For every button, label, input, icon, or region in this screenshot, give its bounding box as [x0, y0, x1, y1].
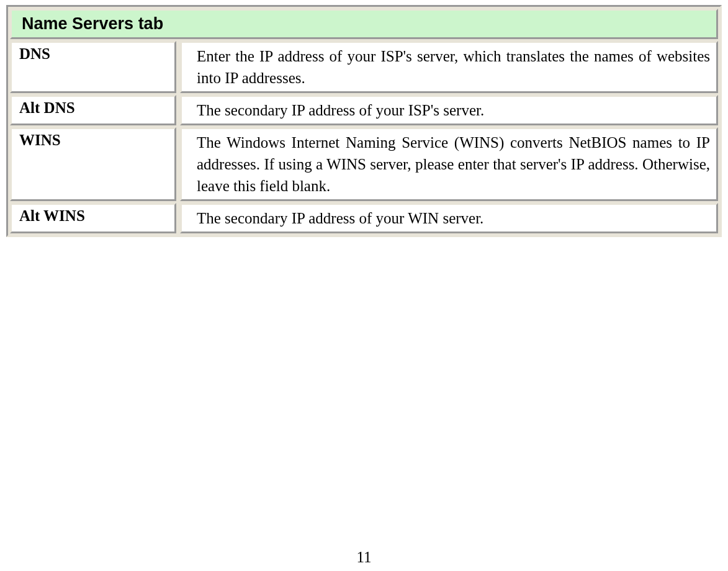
table-row: Alt DNS The secondary IP address of your… [10, 95, 718, 125]
desc-cell-alt-dns: The secondary IP address of your ISP's s… [180, 95, 718, 125]
label-alt-dns: Alt DNS [19, 99, 75, 116]
table-header: Name Servers tab [10, 9, 718, 39]
label-cell-wins: WINS [10, 127, 176, 201]
table-row: Alt WINS The secondary IP address of you… [10, 203, 718, 233]
desc-cell-wins: The Windows Internet Naming Service (WIN… [180, 127, 718, 201]
desc-wins: The Windows Internet Naming Service (WIN… [197, 132, 710, 197]
desc-alt-wins: The secondary IP address of your WIN ser… [197, 207, 710, 229]
desc-cell-dns: Enter the IP address of your ISP's serve… [180, 41, 718, 93]
table-row: DNS Enter the IP address of your ISP's s… [10, 41, 718, 93]
label-dns: DNS [19, 45, 50, 62]
label-cell-dns: DNS [10, 41, 176, 93]
label-cell-alt-dns: Alt DNS [10, 95, 176, 125]
label-wins: WINS [19, 132, 61, 148]
name-servers-table: Name Servers tab DNS Enter the IP addres… [6, 5, 722, 237]
desc-cell-alt-wins: The secondary IP address of your WIN ser… [180, 203, 718, 233]
page-number: 11 [0, 549, 728, 566]
table-header-title: Name Servers tab [22, 14, 163, 33]
desc-alt-dns: The secondary IP address of your ISP's s… [197, 99, 710, 121]
desc-dns: Enter the IP address of your ISP's serve… [197, 45, 710, 89]
table-row: WINS The Windows Internet Naming Service… [10, 127, 718, 201]
label-alt-wins: Alt WINS [19, 207, 85, 224]
label-cell-alt-wins: Alt WINS [10, 203, 176, 233]
